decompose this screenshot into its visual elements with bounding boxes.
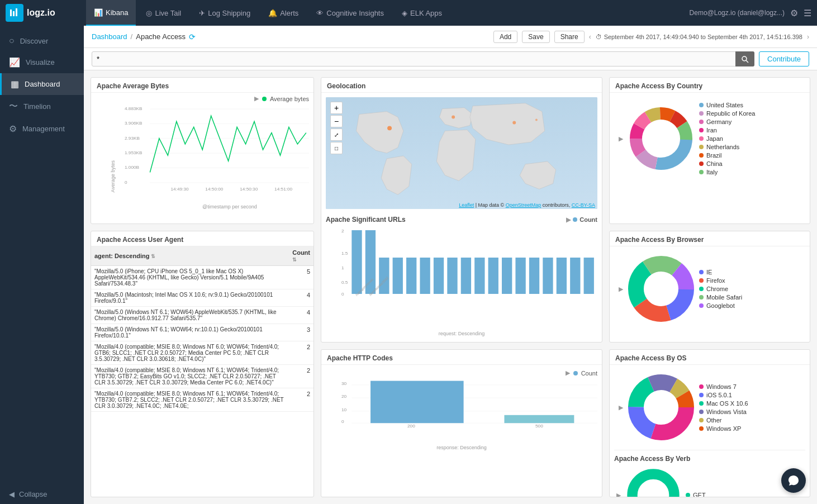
svg-text:200: 200 xyxy=(407,424,416,429)
agent-cell: "Mozilla/4.0 (compatible; MSIE 8.0; Wind… xyxy=(91,341,289,365)
user-agent-tbody: "Mozilla/5.0 (iPhone; CPU iPhone OS 5_0_… xyxy=(91,266,314,412)
nav-cognitive[interactable]: 👁 Cognitive Insights xyxy=(308,0,392,26)
geolocation-panel: Geolocation xyxy=(321,77,602,343)
svg-point-3 xyxy=(742,56,747,61)
svg-rect-36 xyxy=(434,258,444,294)
sidebar-item-visualize[interactable]: 📈 Visualize xyxy=(0,51,84,73)
menu-icon[interactable]: ☰ xyxy=(804,8,811,18)
count-cell: 3 xyxy=(289,324,314,341)
breadcrumb-refresh-icon[interactable]: ⟳ xyxy=(189,32,196,41)
by-browser-body: ▶ IE xyxy=(610,246,810,331)
nav-user[interactable]: Demo@Logz.io (daniel@logz...) xyxy=(690,9,785,17)
zoom-in-button[interactable]: + xyxy=(330,102,343,114)
by-country-expand[interactable]: ▶ xyxy=(619,135,623,142)
by-browser-donut xyxy=(628,255,695,322)
agent-cell: "Mozilla/5.0 (iPhone; CPU iPhone OS 5_0_… xyxy=(91,266,289,289)
svg-line-4 xyxy=(746,60,748,63)
svg-text:0: 0 xyxy=(125,180,127,185)
visualize-icon: 📈 xyxy=(9,57,20,68)
nav-logshipping[interactable]: ✈ Log Shipping xyxy=(191,0,258,26)
legend-china: China xyxy=(699,160,755,167)
nav-kibana[interactable]: 📊 Kibana xyxy=(86,0,136,26)
by-os-panel: Apache Access By OS ▶ xyxy=(609,349,810,497)
svg-rect-34 xyxy=(406,258,416,294)
by-verb-title: Apache Access By Verb xyxy=(614,455,805,465)
by-browser-panel: Apache Access By Browser ▶ xyxy=(609,231,810,343)
save-button[interactable]: Save xyxy=(522,31,549,43)
map-fit-button[interactable]: ⤢ xyxy=(330,129,343,141)
timelion-icon: 〜 xyxy=(9,101,18,112)
sidebar-item-management[interactable]: ⚙ Management xyxy=(0,118,84,140)
alerts-icon: 🔔 xyxy=(268,9,277,17)
http-codes-expand[interactable]: ▶ xyxy=(566,369,570,377)
time-range[interactable]: ⏱ September 4th 2017, 14:49:04.940 to Se… xyxy=(596,34,802,40)
settings-icon[interactable]: ⚙ xyxy=(790,8,798,18)
by-os-body: ▶ Window xyxy=(610,365,810,497)
nav-livetail[interactable]: ◎ Live Tail xyxy=(138,0,189,26)
by-verb-chart: ▶ GET xyxy=(614,465,805,497)
share-button[interactable]: Share xyxy=(554,31,585,43)
search-input[interactable] xyxy=(92,51,754,66)
table-header-row: agent: Descending ⇅ Count ⇅ xyxy=(91,246,314,266)
legend-republic-korea: Republic of Korea xyxy=(699,110,755,117)
legend-macosx: Mac OS X 10.6 xyxy=(699,400,748,407)
svg-rect-38 xyxy=(461,258,471,294)
by-os-title: Apache Access By OS xyxy=(610,350,810,365)
by-browser-legend: IE Firefox Chrome xyxy=(699,269,742,309)
table-row: "Mozilla/4.0 (compatible; MSIE 8.0; Wind… xyxy=(91,365,314,388)
sig-urls-expand[interactable]: ▶ xyxy=(566,216,571,224)
geo-body: + − ⤢ □ Leaflet | Map data © OpenStreetM… xyxy=(321,93,602,342)
svg-point-59 xyxy=(645,123,677,154)
sidebar-item-dashboard[interactable]: ▦ Dashboard xyxy=(0,73,84,95)
by-browser-title: Apache Access By Browser xyxy=(610,231,810,246)
svg-text:14:51:00: 14:51:00 xyxy=(274,187,293,192)
search-button[interactable] xyxy=(735,51,754,66)
kr-dot xyxy=(699,111,704,116)
search-input-wrap xyxy=(92,51,754,66)
svg-rect-30 xyxy=(352,230,362,294)
svg-point-23 xyxy=(512,121,516,124)
user-agent-title: Apache Access User Agent xyxy=(91,231,314,246)
svg-text:1.000B: 1.000B xyxy=(125,165,140,170)
logshipping-icon: ✈ xyxy=(199,9,205,17)
zoom-out-button[interactable]: − xyxy=(330,115,343,127)
it-dot xyxy=(699,170,704,174)
count-sort-indicator: ⇅ xyxy=(292,257,297,263)
svg-rect-43 xyxy=(529,258,539,294)
sidebar-collapse[interactable]: ◀ Collapse xyxy=(0,484,84,504)
legend-japan: Japan xyxy=(699,135,755,142)
svg-point-21 xyxy=(387,126,392,130)
http-codes-body: ▶ Count 30 20 10 0 xyxy=(321,365,602,456)
by-verb-expand[interactable]: ▶ xyxy=(616,492,621,498)
contribute-button[interactable]: Contribute xyxy=(759,51,809,66)
dashboard-icon: ▦ xyxy=(11,79,19,89)
avg-bytes-svg: 4.883KB 3.906KB 2.93KB 1.953KB 1.000B 0 xyxy=(125,104,309,195)
nav-alerts[interactable]: 🔔 Alerts xyxy=(260,0,306,26)
svg-rect-37 xyxy=(447,258,457,294)
chat-button[interactable] xyxy=(781,468,806,493)
map-attribution: Leaflet | Map data © OpenStreetMap contr… xyxy=(459,202,595,208)
agent-col-header[interactable]: agent: Descending ⇅ xyxy=(91,246,289,266)
svg-text:20: 20 xyxy=(341,394,347,399)
breadcrumb-dashboard-link[interactable]: Dashboard xyxy=(92,32,127,41)
by-os-expand[interactable]: ▶ xyxy=(619,404,623,411)
count-col-header[interactable]: Count ⇅ xyxy=(289,246,314,266)
svg-rect-45 xyxy=(557,258,567,294)
avg-bytes-title: Apache Average Bytes xyxy=(91,78,314,93)
add-button[interactable]: Add xyxy=(493,31,517,43)
map-square-button[interactable]: □ xyxy=(330,142,343,154)
agent-cell: "Mozilla/4.0 (compatible; MSIE 8.0; Wind… xyxy=(91,365,289,388)
nav-prev-icon[interactable]: ‹ xyxy=(589,33,591,41)
by-browser-expand[interactable]: ▶ xyxy=(619,286,623,293)
search-bar: Contribute xyxy=(84,48,817,70)
nav-elkapps[interactable]: ◈ ELK Apps xyxy=(394,0,450,26)
nav-next-icon[interactable]: › xyxy=(807,33,809,41)
sidebar-item-timelion[interactable]: 〜 Timelion xyxy=(0,95,84,118)
avg-bytes-expand[interactable]: ▶ xyxy=(254,95,259,102)
logo-icon[interactable] xyxy=(6,4,23,22)
svg-text:0: 0 xyxy=(341,420,344,424)
googlebot-dot xyxy=(699,303,704,308)
legend-brazil: Brazil xyxy=(699,152,755,159)
legend-ie: IE xyxy=(699,269,742,275)
sidebar-item-discover[interactable]: ○ Discover xyxy=(0,30,84,51)
